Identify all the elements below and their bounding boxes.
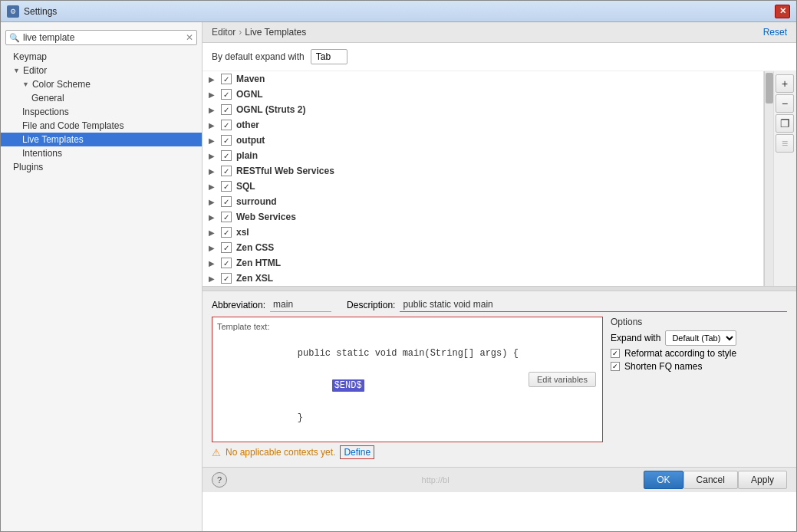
file-code-templates-label: File and Code Templates bbox=[22, 120, 124, 131]
tree-item-plain[interactable]: ▶ ✓ plain bbox=[203, 148, 763, 163]
tree-item-other[interactable]: ▶ ✓ other bbox=[203, 117, 763, 133]
tree-label-zencss: Zen CSS bbox=[236, 242, 274, 253]
expand-arrow-icon: ▼ bbox=[13, 67, 20, 74]
watermark-text: http://bl bbox=[422, 475, 450, 484]
tree-item-ognl[interactable]: ▶ ✓ OGNL bbox=[203, 87, 763, 102]
shorten-fq-checkbox[interactable]: ✓ bbox=[611, 362, 620, 371]
tree-label-restful: RESTful Web Services bbox=[236, 166, 334, 176]
edit-variables-button[interactable]: Edit variables bbox=[529, 372, 596, 387]
side-action-buttons: + − ❐ ≡ bbox=[773, 71, 796, 286]
tree-checkbox-zenhtml[interactable]: ✓ bbox=[221, 258, 232, 268]
templates-tree: ▶ ✓ Maven ▶ ✓ OGNL ▶ ✓ OGNL (Struts 2) bbox=[203, 71, 764, 286]
sidebar-item-editor[interactable]: ▼ Editor bbox=[1, 64, 202, 77]
tree-checkbox-zenxsl[interactable]: ✓ bbox=[221, 273, 232, 284]
apply-button[interactable]: Apply bbox=[738, 471, 787, 489]
tree-arrow-icon: ▶ bbox=[209, 244, 219, 252]
sidebar-item-plugins[interactable]: Plugins bbox=[1, 160, 202, 174]
right-panel: Editor › Live Templates Reset By default… bbox=[203, 22, 796, 531]
sidebar-item-file-templates[interactable]: File and Code Templates bbox=[1, 119, 202, 133]
tree-scrollbar[interactable] bbox=[764, 71, 773, 286]
cancel-button[interactable]: Cancel bbox=[683, 471, 738, 489]
search-input[interactable] bbox=[23, 32, 186, 43]
search-clear-icon[interactable]: ✕ bbox=[186, 32, 193, 43]
tree-item-zencss[interactable]: ▶ ✓ Zen CSS bbox=[203, 240, 763, 255]
sidebar-item-live-templates[interactable]: Live Templates bbox=[1, 133, 202, 146]
tree-item-surround[interactable]: ▶ ✓ surround bbox=[203, 194, 763, 209]
breadcrumb: Editor › Live Templates bbox=[212, 27, 306, 38]
template-bottom: Template text: public static void main(S… bbox=[212, 317, 787, 442]
tree-checkbox-xsl[interactable]: ✓ bbox=[221, 227, 232, 238]
breadcrumb-parent: Editor bbox=[212, 27, 235, 38]
expand-with-option-dropdown[interactable]: Default (Tab) bbox=[665, 330, 736, 346]
reset-button[interactable]: Reset bbox=[763, 27, 787, 38]
abbreviation-group: Abbreviation: bbox=[212, 297, 331, 312]
description-input[interactable] bbox=[400, 297, 787, 312]
editor-label: Editor bbox=[23, 65, 47, 76]
tree-checkbox-plain[interactable]: ✓ bbox=[221, 150, 232, 161]
tree-checkbox-webservices[interactable]: ✓ bbox=[221, 212, 232, 222]
close-button[interactable]: ✕ bbox=[775, 5, 790, 18]
copy-template-button[interactable]: ❐ bbox=[776, 114, 794, 133]
code-highlight: $END$ bbox=[332, 379, 364, 392]
abbr-desc-row: Abbreviation: Description: bbox=[212, 297, 787, 312]
tree-checkbox-sql[interactable]: ✓ bbox=[221, 181, 232, 192]
tree-item-restful[interactable]: ▶ ✓ RESTful Web Services bbox=[203, 163, 763, 179]
tree-label-xsl: xsl bbox=[236, 227, 249, 238]
tree-checkbox-ognl-struts2[interactable]: ✓ bbox=[221, 104, 232, 115]
tree-arrow-icon: ▶ bbox=[209, 106, 219, 114]
expand-with-row: By default expand with Tab bbox=[203, 43, 796, 71]
abbreviation-input[interactable] bbox=[270, 297, 331, 312]
help-icon[interactable]: ? bbox=[212, 472, 227, 488]
tree-item-zenhtml[interactable]: ▶ ✓ Zen HTML bbox=[203, 255, 763, 271]
sidebar-item-intentions[interactable]: Intentions bbox=[1, 146, 202, 160]
move-template-button[interactable]: ≡ bbox=[776, 134, 794, 153]
reformat-checkbox[interactable]: ✓ bbox=[611, 349, 620, 358]
options-section: Options Expand with Default (Tab) ✓ Refo… bbox=[611, 317, 787, 442]
sidebar-item-general[interactable]: General bbox=[1, 91, 202, 105]
tree-checkbox-other[interactable]: ✓ bbox=[221, 120, 232, 130]
tree-checkbox-ognl[interactable]: ✓ bbox=[221, 89, 232, 100]
context-warning-text: No applicable contexts yet. bbox=[226, 447, 335, 458]
tree-item-webservices[interactable]: ▶ ✓ Web Services bbox=[203, 209, 763, 225]
add-template-button[interactable]: + bbox=[776, 74, 794, 93]
tree-checkbox-zencss[interactable]: ✓ bbox=[221, 242, 232, 253]
expand-with-option-label: Expand with bbox=[611, 333, 660, 343]
keymap-label: Keymap bbox=[13, 51, 47, 62]
tree-arrow-icon: ▶ bbox=[209, 90, 219, 99]
tree-arrow-icon: ▶ bbox=[209, 182, 219, 191]
tree-checkbox-maven[interactable]: ✓ bbox=[221, 74, 232, 84]
expand-with-dropdown[interactable]: Tab bbox=[311, 49, 347, 64]
template-text-section: Template text: public static void main(S… bbox=[212, 317, 603, 442]
tree-arrow-icon: ▶ bbox=[209, 75, 219, 84]
tree-item-maven[interactable]: ▶ ✓ Maven bbox=[203, 71, 763, 87]
sidebar-item-color-scheme[interactable]: ▼ Color Scheme bbox=[1, 77, 202, 91]
tree-checkbox-surround[interactable]: ✓ bbox=[221, 196, 232, 207]
breadcrumb-current: Live Templates bbox=[245, 27, 306, 38]
expand-with-option-row: Expand with Default (Tab) bbox=[611, 330, 787, 346]
tree-arrow-icon: ▶ bbox=[209, 167, 219, 176]
tree-label-other: other bbox=[236, 120, 259, 130]
tree-arrow-icon: ▶ bbox=[209, 136, 219, 145]
tree-arrow-icon: ▶ bbox=[209, 121, 219, 130]
tree-arrow-icon: ▶ bbox=[209, 198, 219, 206]
tree-item-output[interactable]: ▶ ✓ output bbox=[203, 133, 763, 148]
code-line3: } bbox=[298, 412, 303, 423]
inspections-label: Inspections bbox=[22, 107, 69, 117]
tree-item-sql[interactable]: ▶ ✓ SQL bbox=[203, 179, 763, 194]
tree-item-ognl-struts2[interactable]: ▶ ✓ OGNL (Struts 2) bbox=[203, 102, 763, 117]
tree-item-zenxsl[interactable]: ▶ ✓ Zen XSL bbox=[203, 271, 763, 286]
ok-button[interactable]: OK bbox=[644, 471, 683, 489]
tree-item-xsl[interactable]: ▶ ✓ xsl bbox=[203, 225, 763, 240]
define-link[interactable]: Define bbox=[340, 445, 374, 459]
sidebar-item-keymap[interactable]: Keymap bbox=[1, 50, 202, 64]
tree-checkbox-output[interactable]: ✓ bbox=[221, 135, 232, 146]
remove-template-button[interactable]: − bbox=[776, 94, 794, 113]
footer-area: ? http://bl OK Cancel Apply bbox=[203, 467, 796, 492]
sidebar-item-inspections[interactable]: Inspections bbox=[1, 105, 202, 119]
expand-with-label: By default expand with bbox=[212, 51, 305, 62]
tree-checkbox-restful[interactable]: ✓ bbox=[221, 166, 232, 176]
tree-label-sql: SQL bbox=[236, 181, 255, 192]
shorten-fq-label: Shorten FQ names bbox=[624, 361, 702, 372]
search-bar[interactable]: 🔍 ✕ bbox=[5, 30, 197, 45]
intentions-label: Intentions bbox=[22, 148, 62, 159]
